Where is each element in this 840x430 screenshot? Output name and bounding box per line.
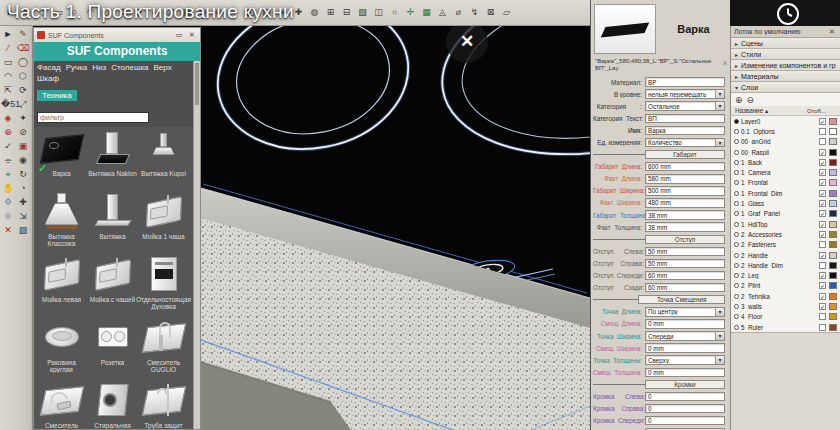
property-input[interactable]: 0 ▾ (645, 404, 725, 414)
tool-icon[interactable]: ⇲ (16, 210, 30, 223)
layer-row[interactable]: 2_Leg ✓ (731, 270, 840, 280)
dropdown-arrow-icon[interactable]: ▾ (715, 139, 724, 147)
layer-row[interactable]: 2_Plint ✓ (731, 281, 840, 291)
suf-tab[interactable]: Фасад (37, 63, 61, 72)
tool-icon[interactable]: ⌯ (1, 154, 15, 167)
tool-icon[interactable]: ✦ (16, 112, 30, 125)
layer-row[interactable]: 1_Back ✓ (731, 157, 840, 167)
layer-visible-checkbox[interactable]: ✓ (819, 200, 826, 207)
layer-active-radio[interactable] (734, 119, 739, 124)
tool-icon[interactable]: ▧ (16, 224, 30, 237)
layer-active-radio[interactable] (734, 170, 739, 175)
layer-name[interactable]: 0.1_Options (741, 128, 819, 135)
layer-active-radio[interactable] (734, 160, 739, 165)
layers-column-header[interactable]: Название ▴ Отоб... (731, 106, 840, 116)
layer-color-swatch[interactable] (829, 272, 837, 279)
tool-icon[interactable]: ▣ (16, 140, 30, 153)
3d-viewport[interactable]: ✕ (201, 26, 590, 430)
component-item[interactable]: ✓ Труба защит (138, 380, 189, 429)
tool-icon[interactable]: ◉ (16, 154, 30, 167)
layer-row[interactable]: 3_walls ✓ (731, 301, 840, 311)
clock-icon[interactable] (776, 2, 800, 26)
layer-name[interactable]: 1_Back (741, 159, 819, 166)
layer-active-radio[interactable] (734, 314, 739, 319)
layer-row[interactable]: 00_anGrid (731, 137, 840, 147)
component-filter-input[interactable] (37, 112, 149, 123)
layer-active-radio[interactable] (734, 150, 739, 155)
layer-name[interactable]: 1_Frontal_Dim (741, 190, 819, 197)
property-input[interactable]: 480 mm ▾ (645, 198, 725, 208)
tool-icon[interactable]: ▭ (1, 56, 15, 69)
layer-visible-checkbox[interactable]: ✓ (819, 272, 826, 279)
layer-color-swatch[interactable] (829, 293, 837, 300)
layer-visible-checkbox[interactable] (819, 138, 826, 145)
layer-row[interactable]: 00_Raspil ✓ (731, 147, 840, 157)
property-input[interactable]: _____Точка Смещения_____ ▾ (638, 295, 725, 305)
property-input[interactable]: 38 mm ▾ (645, 222, 725, 232)
property-input[interactable]: ВР ▾ (645, 77, 725, 87)
tool-icon[interactable]: ⟐ (1, 196, 15, 209)
layer-name[interactable]: 1_Glass (741, 200, 819, 207)
tray-section-header[interactable]: ▸ Стили (731, 49, 840, 60)
layer-row[interactable]: 2_Tehnika ✓ (731, 291, 840, 301)
property-input[interactable]: ______Отступ______ ▾ (645, 235, 725, 245)
dropdown-arrow-icon[interactable]: ▾ (715, 308, 724, 316)
layer-row[interactable]: 5_Ruler (731, 322, 840, 332)
layer-name[interactable]: 1_HdlTop (741, 221, 819, 228)
layer-row[interactable]: 2_Handle ✓ (731, 250, 840, 260)
tray-section-header[interactable]: ▸ Изменение компонентов и груп... (731, 60, 840, 71)
toolbar-icon[interactable]: ✛ (403, 5, 418, 20)
dropdown-arrow-icon[interactable]: ▾ (715, 102, 724, 110)
layer-active-radio[interactable] (734, 294, 739, 299)
layer-color-swatch[interactable] (829, 118, 837, 125)
layer-visible-checkbox[interactable] (819, 313, 826, 320)
layer-active-radio[interactable] (734, 180, 739, 185)
suf-tab[interactable]: Столешка (111, 63, 148, 72)
layer-color-swatch[interactable] (829, 282, 837, 289)
layer-active-radio[interactable] (734, 201, 739, 206)
property-input[interactable]: Спереди ▾ (645, 331, 725, 341)
tool-icon[interactable]: ⊕ (1, 126, 15, 139)
tool-icon[interactable]: ◈ (1, 112, 15, 125)
layer-row[interactable]: Layer0 ✓ (731, 116, 840, 126)
layer-active-radio[interactable] (734, 139, 739, 144)
layer-active-radio[interactable] (734, 129, 739, 134)
layer-row[interactable]: 1_Graf_Panel ✓ (731, 209, 840, 219)
tool-icon[interactable]: ✓ (1, 140, 15, 153)
component-item[interactable]: ✓ Вытяжка Kupol (138, 128, 189, 191)
layer-active-radio[interactable] (734, 283, 739, 288)
tool-icon[interactable]: ◔ (16, 182, 30, 195)
toolbar-icon[interactable]: ⊠ (483, 5, 498, 20)
layer-active-radio[interactable] (734, 242, 739, 247)
column-name[interactable]: Название ▴ (735, 107, 807, 114)
property-input[interactable]: 60 mm ▾ (645, 283, 725, 293)
suf-tab[interactable]: Шкаф (37, 74, 59, 83)
layer-row[interactable]: 2_Handle_Dim (731, 260, 840, 270)
layer-color-swatch[interactable] (829, 221, 837, 228)
suf-tab[interactable]: Ручка (66, 63, 88, 72)
property-input[interactable]: 0 ▾ (645, 416, 725, 426)
suf-tab-tehnika[interactable]: Техника (37, 90, 77, 101)
tool-icon[interactable]: ⌖ (1, 168, 15, 181)
component-item[interactable]: ✓ Вытяжка Naklon (87, 128, 138, 191)
layer-row[interactable]: 4_Floor (731, 312, 840, 322)
tool-icon[interactable]: ⟳ (16, 84, 30, 97)
property-input[interactable]: 0 mm ▾ (645, 319, 725, 329)
layer-row[interactable]: 0.1_Options (731, 126, 840, 136)
layer-name[interactable]: 2_Tehnika (741, 293, 819, 300)
add-layer-icon[interactable]: ⊕ (735, 95, 743, 105)
property-input[interactable]: 0 ▾ (645, 392, 725, 402)
tool-icon[interactable]: ⤢ (16, 98, 30, 111)
layer-color-swatch[interactable] (829, 324, 837, 331)
layer-active-radio[interactable] (734, 273, 739, 278)
layer-row[interactable]: 1_Frontal ✓ (731, 178, 840, 188)
property-input[interactable]: Варка ▾ (645, 126, 725, 136)
tool-icon[interactable]: ✎ (16, 28, 30, 41)
layer-name[interactable]: Layer0 (741, 118, 819, 125)
layer-color-swatch[interactable] (829, 138, 837, 145)
dropdown-arrow-icon[interactable]: ▾ (715, 356, 724, 364)
component-item[interactable]: ✓ Вытяжка Классика (36, 191, 87, 254)
property-input[interactable]: 50 mm ▾ (645, 259, 725, 269)
layer-name[interactable]: 2_Plint (741, 282, 819, 289)
component-item[interactable]: ✓ Раковина круглая (36, 317, 87, 380)
